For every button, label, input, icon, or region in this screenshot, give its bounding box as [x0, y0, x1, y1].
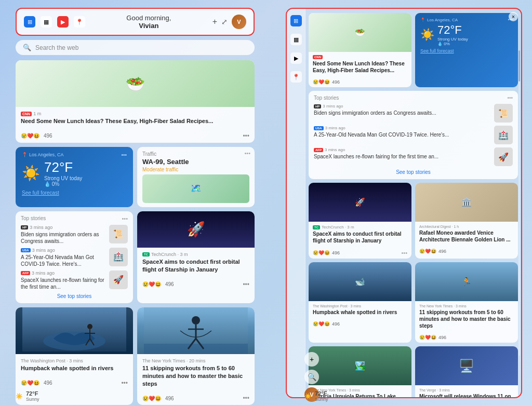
r-story1-text: Biden signs immigration orders as Congre… [314, 110, 491, 116]
workout-card[interactable]: The New York Times · 20 mins 11 skipping… [137, 307, 255, 405]
weather-location-text: Los Angeles, CA [29, 152, 64, 157]
workout-reactions: 😢❤️😆 [142, 396, 161, 401]
whale-source: The Washington Post · 3 mins [21, 358, 128, 363]
r-salad-source: CNN [313, 55, 407, 59]
r-workout-title: 11 skipping workouts from 5 to 60 minute… [419, 309, 514, 329]
whale-title: Humpback whale spotted in rivers [21, 364, 128, 372]
r-workout-card[interactable]: 🏃 The New York Times · 3 mins 11 skippin… [415, 262, 518, 343]
right-grid-icon[interactable]: ▦ [290, 34, 302, 45]
r-weather-forecast[interactable]: See full forecast [420, 48, 513, 53]
right-play-icon[interactable]: ▶ [290, 52, 302, 64]
story1-time: 3 mins ago [30, 225, 52, 230]
expand-button[interactable]: ⤢ [221, 18, 228, 26]
r-arch-source: Architectural Digest · 1 h [419, 225, 514, 228]
r-microsoft-source: The Verge · 3 mins [419, 388, 514, 392]
weather-location: 📍 Los Angeles, CA ••• [22, 152, 127, 158]
r-top-stories-card: Top stories ••• HP 3 mins ago Biden sign… [309, 91, 518, 179]
greeting-bar: ⊞ ▦ ▶ 📍 Good morning, Vivian + ⤢ V [16, 8, 255, 36]
right-home-icon[interactable]: ⊞ [290, 15, 302, 26]
r-arch-title: Rafael Moneo awarded Venice Architecture… [419, 229, 514, 243]
r-arch-card[interactable]: 🏛️ Architectural Digest · 1 h Rafael Mon… [415, 183, 518, 259]
traffic-status: Moderate traffic [142, 167, 249, 172]
r-story-2[interactable]: USA 3 mins ago A 25-Year-Old Nevada Man … [314, 126, 513, 144]
r-story-1[interactable]: HP 3 mins ago Biden signs immigration or… [314, 104, 513, 123]
story-item-2[interactable]: USA 3 mins ago A 25-Year-Old Nevada Man … [21, 248, 128, 267]
r-weather-precip: 0% [444, 42, 450, 46]
add-action-button[interactable]: + [304, 352, 319, 367]
r-wapo-label: The Washington Post · 3 mins [313, 304, 361, 308]
r-arch-count: 496 [438, 249, 446, 254]
story3-img: 🚀 [109, 270, 128, 289]
salad-footer: 😢❤️😆 496 ••• [16, 130, 255, 143]
story-item-3[interactable]: AFP 3 mins ago SpaceX launches re-flown … [21, 270, 128, 290]
story3-source: AFP 3 mins ago [21, 270, 106, 276]
r-tc-badge: TC [313, 225, 320, 229]
spacex-dots[interactable]: ••• [243, 281, 249, 288]
r-stories-dots[interactable]: ••• [507, 95, 513, 101]
whale-dots[interactable]: ••• [121, 380, 128, 387]
weather-forecast-link[interactable]: See full forecast [22, 190, 127, 196]
r-whale-card[interactable]: 🐋 The Washington Post · 3 mins Humpback … [309, 262, 411, 343]
workout-svg [137, 307, 255, 354]
r-weather-card[interactable]: 📍 Los Angeles, CA ••• ☀️ 72°F Strong UV … [415, 13, 518, 87]
grid-icon[interactable]: ▦ [41, 16, 52, 28]
stories-header: Top stories ••• [21, 215, 128, 222]
whale-count: 496 [44, 380, 52, 386]
pin-icon[interactable]: 📍 [74, 16, 85, 28]
salad-source: CNN 1 m [21, 111, 249, 116]
add-button[interactable]: + [212, 17, 217, 26]
tc-badge: TC [142, 252, 150, 256]
story-item-1[interactable]: HP 3 mins ago Biden signs immigration or… [21, 225, 128, 245]
r-weather-condition: Strong UV today [437, 37, 468, 42]
svg-rect-8 [144, 344, 248, 354]
r-story3-time: 3 mins ago [325, 147, 345, 152]
r-salad-card[interactable]: 🥗 CNN Need Some New Lunch Ideas? These E… [309, 13, 411, 87]
r-spacex-card[interactable]: 🚀 TC TechCrunch · 3 m SpaceX aims to con… [309, 183, 411, 259]
r-salad-count: 496 [332, 79, 340, 85]
right-bottom-weather: ☀️ 72°F Sunny [304, 390, 328, 402]
r-spacex-title: SpaceX aims to conduct first orbital fli… [313, 231, 407, 244]
r-story-3[interactable]: AFP 3 mins ago SpaceX launches re-flown … [314, 147, 513, 166]
play-icon[interactable]: ▶ [57, 16, 69, 28]
scrollbar[interactable] [518, 50, 520, 356]
r-workout-body: The New York Times · 3 mins 11 skipping … [415, 301, 518, 333]
r-stories-title: Top stories [314, 95, 339, 101]
top-stories-card: Top stories ••• HP 3 mins ago Biden sign… [16, 211, 133, 303]
r-arch-img: 🏛️ [415, 183, 518, 222]
salad-card[interactable]: 🥗 CNN 1 m Need Some New Lunch Ideas? The… [16, 60, 255, 143]
right-sidebar: ⊞ ▦ ▶ 📍 [287, 9, 305, 397]
weather-dots[interactable]: ••• [121, 152, 127, 158]
r-bottom-condition: Sunny [315, 397, 328, 402]
close-button[interactable]: × [509, 12, 518, 21]
wapo-label: The Washington Post · 3 mins [21, 358, 83, 363]
story3-time: 3 mins ago [32, 270, 55, 276]
right-pin-icon[interactable]: 📍 [290, 71, 302, 83]
r-story2-img: 🏥 [494, 126, 513, 144]
salad-dots[interactable]: ••• [243, 132, 249, 140]
story3-text: SpaceX launches re-flown fairing for the… [21, 277, 106, 290]
r-workout-count: 496 [438, 335, 446, 340]
traffic-dots[interactable]: ••• [244, 150, 250, 156]
r-verge-label: The Verge · 3 mins [419, 388, 450, 392]
search-bar[interactable]: 🔍 Search the web [16, 40, 255, 55]
story1-img: 📜 [109, 225, 128, 243]
traffic-card[interactable]: Traffic WA-99, Seattle Moderate traffic … [137, 147, 255, 207]
see-top-stories-link[interactable]: See top stories [21, 293, 128, 299]
spacex-source: TC TechCrunch · 3 m [142, 252, 249, 257]
search-action-button[interactable]: 🔍 [304, 370, 319, 384]
home-icon[interactable]: ⊞ [24, 16, 35, 28]
r-spacex-dots[interactable]: ••• [401, 250, 407, 256]
r-see-top-stories[interactable]: See top stories [314, 169, 513, 175]
r-workout-footer: 😢❤️😆 496 [415, 333, 518, 343]
r-story3-text: SpaceX launches re-flown fairing for the… [314, 153, 491, 160]
stories-dots[interactable]: ••• [122, 215, 128, 222]
spacex-card[interactable]: 🚀 TC TechCrunch · 3 m SpaceX aims to con… [137, 211, 255, 303]
avatar[interactable]: V [232, 15, 246, 29]
r-microsoft-card[interactable]: 🖥️ The Verge · 3 mins Microsoft will rel… [415, 346, 518, 397]
r-nyt-label: The New York Times · 3 mins [419, 304, 467, 308]
workout-dots[interactable]: ••• [243, 395, 249, 402]
spacex-count: 496 [165, 281, 174, 287]
r-patricia-card[interactable]: 🏞️ The New York Times · 3 mins Patricia … [309, 346, 411, 397]
spacex-image: 🚀 [137, 211, 255, 248]
weather-card[interactable]: 📍 Los Angeles, CA ••• ☀️ 72°F Strong UV … [16, 147, 133, 207]
